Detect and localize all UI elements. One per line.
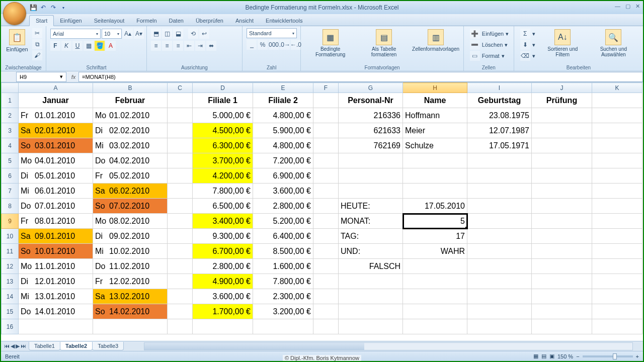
- sheet-tab[interactable]: Tabelle2: [60, 342, 93, 350]
- cell[interactable]: 6.500,00 €: [193, 199, 253, 214]
- cell[interactable]: 4.500,00 €: [193, 123, 253, 138]
- cell[interactable]: [93, 319, 168, 334]
- cell[interactable]: Sa13.02.2010: [93, 289, 168, 304]
- format-as-table-button[interactable]: ▤Als Tabelle formatieren: [359, 28, 409, 58]
- cell[interactable]: Geburtstag: [467, 93, 532, 108]
- cell[interactable]: [532, 229, 592, 244]
- cell[interactable]: [532, 289, 592, 304]
- cell[interactable]: [467, 244, 532, 259]
- cell[interactable]: Di02.02.2010: [93, 123, 168, 138]
- increase-decimal-icon[interactable]: .0→: [280, 40, 290, 50]
- office-button[interactable]: [3, 2, 26, 25]
- cell[interactable]: 1.600,00 €: [253, 259, 313, 274]
- cell[interactable]: [313, 274, 339, 289]
- cell[interactable]: [532, 319, 592, 334]
- cell[interactable]: Mo11.01.2010: [19, 259, 93, 274]
- row-header[interactable]: 4: [2, 138, 19, 153]
- cell[interactable]: [467, 214, 532, 229]
- row-header[interactable]: 7: [2, 184, 19, 199]
- cell[interactable]: [592, 199, 642, 214]
- cell[interactable]: [592, 259, 642, 274]
- cell[interactable]: 3.700,00 €: [193, 153, 253, 168]
- cell[interactable]: [467, 199, 532, 214]
- find-select-button[interactable]: 🔍Suchen und Auswählen: [588, 28, 639, 58]
- cell[interactable]: [592, 93, 642, 108]
- cell[interactable]: [313, 199, 339, 214]
- sheet-nav-last-icon[interactable]: ⏭: [21, 343, 26, 349]
- maximize-icon[interactable]: ▢: [625, 3, 630, 10]
- cell[interactable]: [168, 229, 193, 244]
- cell[interactable]: [592, 244, 642, 259]
- cell[interactable]: [168, 214, 193, 229]
- cell[interactable]: [313, 108, 339, 123]
- cell[interactable]: 3.600,00 €: [253, 184, 313, 199]
- sheet-nav-prev-icon[interactable]: ◀: [11, 343, 15, 349]
- minimize-icon[interactable]: —: [615, 3, 620, 10]
- underline-button[interactable]: U: [72, 41, 83, 51]
- increase-indent-icon[interactable]: ⇥: [195, 41, 205, 51]
- cell[interactable]: Name: [403, 93, 467, 108]
- row-header[interactable]: 12: [2, 259, 19, 274]
- currency-icon[interactable]: ⎯: [247, 40, 257, 50]
- cell[interactable]: [168, 93, 193, 108]
- cell[interactable]: [403, 168, 467, 184]
- cell[interactable]: [253, 319, 313, 334]
- merge-icon[interactable]: ⬌: [206, 41, 216, 51]
- number-format-combo[interactable]: Standard▾: [247, 28, 297, 38]
- row-header[interactable]: 10: [2, 229, 19, 244]
- cell[interactable]: [532, 199, 592, 214]
- cell[interactable]: [168, 153, 193, 168]
- cell[interactable]: [168, 184, 193, 199]
- cell[interactable]: Personal-Nr: [339, 93, 403, 108]
- cut-icon[interactable]: ✂: [32, 28, 42, 38]
- font-size-combo[interactable]: 10▾: [102, 29, 122, 39]
- cell[interactable]: HEUTE:: [339, 199, 403, 214]
- row-header[interactable]: 2: [2, 108, 19, 123]
- save-icon[interactable]: 💾: [29, 4, 37, 12]
- cell[interactable]: 6.400,00 €: [253, 229, 313, 244]
- cell[interactable]: [403, 184, 467, 199]
- view-normal-icon[interactable]: ▦: [533, 353, 538, 359]
- cell[interactable]: 12.07.1987: [467, 123, 532, 138]
- ribbon-tab-start[interactable]: Start: [29, 15, 54, 26]
- row-header[interactable]: 14: [2, 289, 19, 304]
- cell[interactable]: Mo04.01.2010: [19, 153, 93, 168]
- cell[interactable]: [19, 319, 93, 334]
- align-left-icon[interactable]: ≡: [151, 41, 161, 51]
- column-header[interactable]: F: [313, 83, 339, 93]
- ribbon-tab-formeln[interactable]: Formeln: [130, 16, 163, 26]
- zoom-out-icon[interactable]: −: [576, 353, 579, 359]
- cell[interactable]: Sa06.02.2010: [93, 184, 168, 199]
- cell[interactable]: Filiale 2: [253, 93, 313, 108]
- column-header[interactable]: E: [253, 83, 313, 93]
- cell[interactable]: [193, 319, 253, 334]
- cell[interactable]: Hoffmann: [403, 108, 467, 123]
- cell[interactable]: 17.05.2010: [403, 199, 467, 214]
- sort-filter-button[interactable]: A↓Sortieren und Filtern: [540, 28, 585, 58]
- cell[interactable]: [339, 304, 403, 319]
- cell[interactable]: [339, 289, 403, 304]
- cell[interactable]: 9.300,00 €: [193, 229, 253, 244]
- cell[interactable]: [313, 319, 339, 334]
- cell[interactable]: 6.300,00 €: [193, 138, 253, 153]
- cell[interactable]: 5.900,00 €: [253, 123, 313, 138]
- cell[interactable]: [532, 259, 592, 274]
- row-header[interactable]: 9: [2, 214, 19, 229]
- cell[interactable]: [313, 123, 339, 138]
- cell[interactable]: [592, 153, 642, 168]
- cell[interactable]: TAG:: [339, 229, 403, 244]
- cell[interactable]: [313, 168, 339, 184]
- align-bottom-icon[interactable]: ⬓: [173, 29, 183, 39]
- cell[interactable]: Januar: [19, 93, 93, 108]
- ribbon-tab-einfügen[interactable]: Einfügen: [54, 16, 88, 26]
- cell[interactable]: 7.200,00 €: [253, 153, 313, 168]
- cell[interactable]: Fr12.02.2010: [93, 274, 168, 289]
- column-header[interactable]: D: [193, 83, 253, 93]
- cell[interactable]: Di12.01.2010: [19, 274, 93, 289]
- cell[interactable]: So14.02.2010: [93, 304, 168, 319]
- view-layout-icon[interactable]: ▤: [541, 353, 546, 359]
- cell[interactable]: [313, 214, 339, 229]
- cell[interactable]: [168, 274, 193, 289]
- format-cells-button[interactable]: ▭Format▾: [468, 50, 511, 61]
- zoom-in-icon[interactable]: +: [636, 353, 639, 359]
